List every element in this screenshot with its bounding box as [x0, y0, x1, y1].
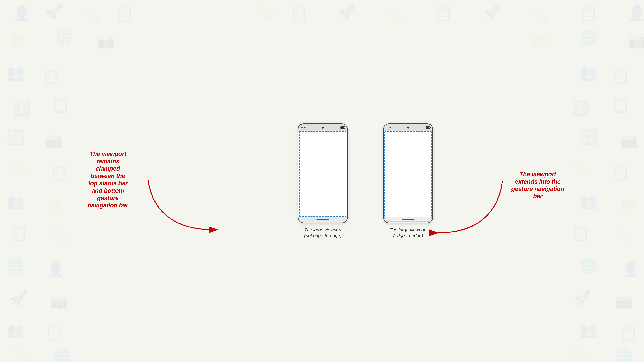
nav-bar-left: [298, 217, 347, 223]
annotation-left-text: The viewportremainsclampedbetween thetop…: [88, 151, 128, 209]
phone-caption-edge: The large viewport(edge-to-edge): [390, 227, 427, 239]
viewport-border-edge: [384, 131, 432, 222]
battery-fill-left: [341, 127, 344, 128]
viewport-border-not-edge: [299, 131, 346, 217]
battery-fill-right: [426, 127, 429, 128]
camera-dot-right: [407, 127, 409, 129]
caption-text-edge: The large viewport(edge-to-edge): [390, 227, 427, 238]
phone-not-edge-wrapper: 11:45 The large viewpo: [298, 123, 348, 239]
status-time-left: 11:45: [301, 126, 306, 129]
annotation-left: The viewportremainsclampedbetween thetop…: [68, 150, 148, 209]
main-content: The viewportremainsclampedbetween thetop…: [0, 0, 644, 362]
phone-edge-wrapper: 11:45 The large viewpo: [383, 123, 433, 239]
annotation-right-text: The viewportextends into thegesture navi…: [511, 171, 564, 200]
phone-body-edge: [384, 131, 432, 223]
status-bar-right: 11:45: [384, 124, 432, 131]
phone-body-not-edge: [298, 131, 347, 223]
phone-not-edge-frame: 11:45: [298, 123, 348, 223]
status-bar-left: 11:45: [298, 124, 347, 131]
phones-comparison-row: The viewportremainsclampedbetween thetop…: [64, 123, 580, 239]
battery-icon-left: [340, 126, 345, 129]
status-time-right: 11:45: [386, 126, 392, 129]
camera-dot-left: [322, 127, 324, 129]
arrow-left: [138, 175, 228, 236]
caption-text-not-edge: The large viewport(not edge-to-edge): [304, 227, 342, 238]
nav-bar-line-right: [402, 219, 414, 220]
phone-edge-frame: 11:45: [383, 123, 433, 223]
battery-icon-right: [426, 126, 430, 129]
phone-caption-not-edge: The large viewport(not edge-to-edge): [304, 227, 342, 239]
nav-bar-line-left: [316, 219, 329, 220]
nav-bar-right: [384, 217, 432, 223]
annotation-right: The viewportextends into thegesture navi…: [499, 171, 576, 200]
